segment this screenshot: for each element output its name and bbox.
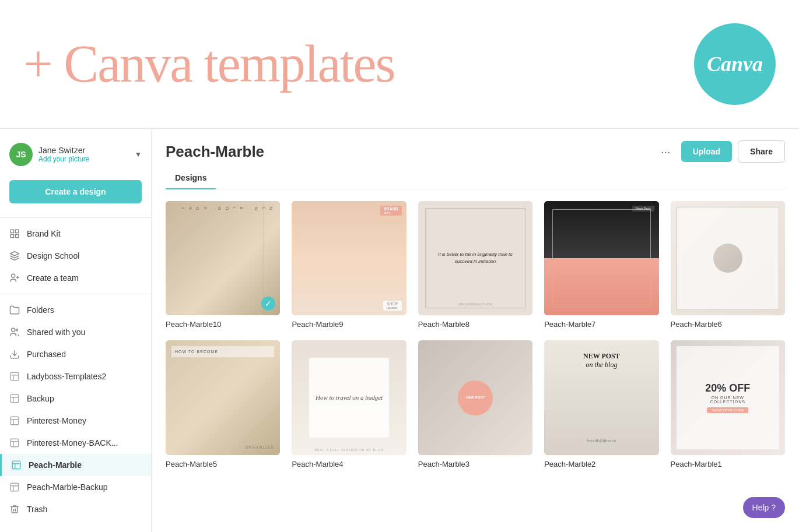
design-name-2: Peach-Marble2 [544,460,658,468]
svg-rect-2 [10,235,13,238]
shared-icon [9,327,20,337]
sidebar-item-design-school[interactable]: Design School [0,245,151,267]
sidebar-item-folders[interactable]: Folders [0,299,151,321]
svg-rect-3 [16,235,19,238]
add-picture-link[interactable]: Add your picture [38,155,129,163]
trash-label: Trash [27,505,47,514]
design-thumb-4: How to travel on a budget READ A FULL VE… [292,340,406,455]
svg-point-4 [12,274,15,277]
svg-point-7 [12,328,15,332]
designs-grid: NEWBLOGPOST ✓ Peach-Marble10 BRAND new [166,201,785,468]
ladyboss-label: Ladyboss-Templates2 [27,372,106,381]
user-section: JS Jane Switzer Add your picture ▼ [0,138,151,175]
folders-label: Folders [27,305,54,315]
pinterest-money-label: Pinterest-Money [27,416,86,425]
sidebar-item-ladyboss[interactable]: Ladyboss-Templates2 [0,365,151,387]
trash-icon [9,504,20,515]
shared-with-you-label: Shared with you [27,327,85,337]
peach-marble-label: Peach-Marble [29,460,82,470]
pinterest-money-back-icon [9,438,20,448]
design-card-peach-marble6[interactable]: Peach-Marble6 [671,201,785,329]
create-design-button[interactable]: Create a design [9,180,142,203]
svg-point-8 [16,329,17,331]
svg-rect-19 [10,439,19,447]
peach-marble-backup-icon [9,482,20,492]
upload-button[interactable]: Upload [681,141,732,162]
design-thumb-6 [671,201,785,315]
design-thumb-7: New Post [544,201,658,315]
design-name-6: Peach-Marble6 [671,320,785,329]
peach-marble-backup-label: Peach-Marble-Backup [27,482,108,492]
design-card-peach-marble5[interactable]: HOW TO BECOME ORGANIZED Peach-Marble5 [166,340,280,468]
design-name-3: Peach-Marble3 [418,460,532,468]
design-name-7: Peach-Marble7 [544,320,658,329]
svg-rect-25 [10,483,19,491]
design-card-peach-marble8[interactable]: It is better to fail in originality than… [418,201,532,329]
design-name-10: Peach-Marble10 [166,320,280,329]
user-dropdown-arrow[interactable]: ▼ [135,150,142,158]
create-team-label: Create a team [27,273,79,283]
sidebar-item-peach-marble-backup[interactable]: Peach-Marble-Backup [0,476,151,498]
design-card-peach-marble1[interactable]: 20% OFF ON OUR NEWCOLLECTIONS SHOP YOUR … [671,340,785,468]
help-button[interactable]: Help ? [743,497,785,518]
user-info: Jane Switzer Add your picture [38,146,129,163]
design-name-4: Peach-Marble4 [292,460,406,468]
design-school-label: Design School [27,251,79,260]
sidebar-divider-1 [0,217,151,218]
header-banner: + Canva templates Canva [0,0,799,128]
purchased-icon [9,349,20,360]
backup-label: Backup [27,394,54,403]
brand-kit-label: Brand Kit [27,229,61,238]
sidebar-item-shared-with-you[interactable]: Shared with you [0,321,151,343]
design-thumb-2: NEW POSTon the blog health&fitness [544,340,658,455]
ladyboss-icon [9,371,20,382]
sidebar-item-peach-marble[interactable]: Peach-Marble [0,454,151,476]
sidebar-item-purchased[interactable]: Purchased [0,343,151,365]
svg-rect-10 [10,372,19,380]
user-name: Jane Switzer [38,146,129,155]
design-card-peach-marble3[interactable]: NEW POST Peach-Marble3 [418,340,532,468]
header-actions: ··· Upload Share [656,140,785,163]
design-card-peach-marble2[interactable]: NEW POSTon the blog health&fitness Peach… [544,340,658,468]
main-layout: JS Jane Switzer Add your picture ▼ Creat… [0,128,799,532]
purchased-label: Purchased [27,350,66,359]
design-card-peach-marble4[interactable]: How to travel on a budget READ A FULL VE… [292,340,406,468]
sidebar-item-create-team[interactable]: Create a team [0,267,151,289]
sidebar-item-backup[interactable]: Backup [0,387,151,410]
design-name-1: Peach-Marble1 [671,460,785,468]
share-button[interactable]: Share [738,140,785,163]
design-thumb-10: NEWBLOGPOST ✓ [166,201,280,315]
content-header: Peach-Marble ··· Upload Share [166,129,785,163]
design-card-peach-marble7[interactable]: New Post Peach-Marble7 [544,201,658,329]
design-name-5: Peach-Marble5 [166,460,280,468]
design-thumb-9: BRAND new SHOP update [292,201,406,315]
backup-icon [9,393,20,404]
tabs-row: Designs [166,167,785,189]
design-card-peach-marble9[interactable]: BRAND new SHOP update Peach-Marble9 [292,201,406,329]
pinterest-money-icon [9,415,20,426]
svg-rect-16 [10,417,19,425]
content-area: Peach-Marble ··· Upload Share Designs NE… [152,129,799,532]
design-name-9: Peach-Marble9 [292,320,406,329]
peach-marble-icon [11,460,22,470]
canva-logo: Canva [694,23,776,105]
design-card-peach-marble10[interactable]: NEWBLOGPOST ✓ Peach-Marble10 [166,201,280,329]
design-thumb-3: NEW POST [418,340,532,455]
sidebar: JS Jane Switzer Add your picture ▼ Creat… [0,129,152,532]
sidebar-item-pinterest-money[interactable]: Pinterest-Money [0,410,151,432]
svg-rect-22 [12,461,20,469]
svg-rect-0 [10,230,13,232]
tab-designs[interactable]: Designs [166,167,216,189]
sidebar-item-pinterest-money-back[interactable]: Pinterest-Money-BACK... [0,432,151,454]
sidebar-item-trash[interactable]: Trash [0,498,151,520]
folder-title: Peach-Marble [166,143,264,161]
more-options-button[interactable]: ··· [656,143,675,161]
avatar[interactable]: JS [9,143,33,166]
sidebar-item-brand-kit[interactable]: Brand Kit [0,223,151,245]
folders-icon [9,305,20,315]
svg-rect-1 [16,230,19,232]
design-school-icon [9,251,20,261]
design-thumb-8: It is better to fail in originality than… [418,201,532,315]
design-name-8: Peach-Marble8 [418,320,532,329]
banner-title: + Canva templates [23,38,395,90]
